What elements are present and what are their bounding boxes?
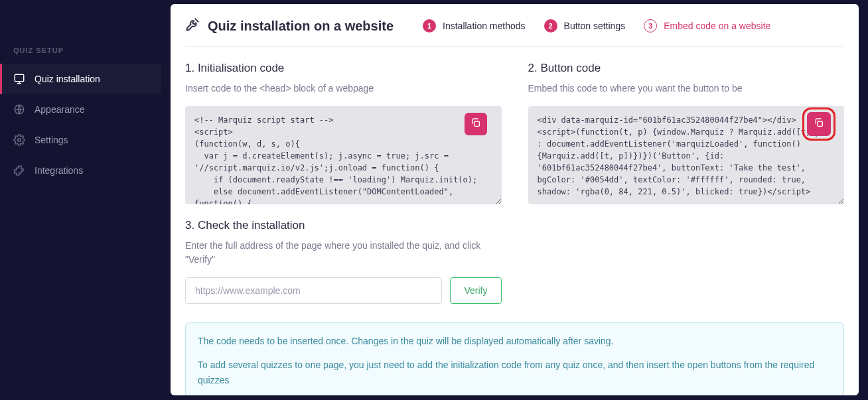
info-line: To add several quizzes to one page, you …	[198, 358, 832, 387]
page-title: Quiz installation on a website	[208, 19, 394, 34]
init-code-block[interactable]: <!-- Marquiz script start --> <script> (…	[185, 106, 502, 204]
copy-init-code-button[interactable]	[465, 113, 487, 135]
sidebar-item-integrations[interactable]: Integrations	[0, 155, 161, 186]
puzzle-icon	[13, 165, 25, 176]
section-description: Embed this code to where you want the bu…	[528, 82, 845, 96]
copy-button-code-button[interactable]	[807, 112, 831, 136]
globe-icon	[13, 103, 25, 115]
wizard-steps: 1 Installation methods 2 Button settings…	[423, 19, 770, 33]
sidebar-item-settings[interactable]: Settings	[0, 125, 161, 155]
section-description: Insert code to the <head> block of a web…	[185, 82, 502, 96]
step-label: Embed code on a website	[664, 21, 770, 31]
sidebar-item-label: Appearance	[35, 104, 85, 115]
step-embed-code[interactable]: 3 Embed code on a website	[644, 19, 770, 33]
copy-icon	[470, 117, 481, 131]
section-initialisation-code: 1. Initialisation code Insert code to th…	[185, 62, 502, 304]
step-number: 3	[644, 19, 657, 33]
sidebar-item-label: Quiz installation	[35, 74, 100, 84]
verify-url-input[interactable]	[185, 277, 442, 304]
verify-button[interactable]: Verify	[450, 277, 501, 304]
button-code-block[interactable]: <div data-marquiz-id="601bf61ac352480044…	[528, 106, 845, 204]
info-line: The code needs to be inserted once. Chan…	[198, 334, 832, 348]
section-check-installation: 3. Check the installation Enter the full…	[185, 219, 502, 304]
sidebar-section-heading: QUIZ SETUP	[0, 46, 161, 64]
section-title: 2. Button code	[528, 62, 845, 75]
step-label: Button settings	[564, 21, 626, 31]
sidebar-item-label: Integrations	[35, 165, 83, 176]
step-number: 2	[544, 19, 557, 33]
section-title: 3. Check the installation	[185, 219, 502, 232]
section-title: 1. Initialisation code	[185, 62, 502, 75]
step-label: Installation methods	[443, 21, 526, 31]
svg-rect-4	[818, 121, 822, 126]
main-content: Quiz installation on a website 1 Install…	[161, 0, 868, 400]
sidebar-item-label: Settings	[35, 135, 68, 145]
section-description: Enter the full address of the page where…	[185, 239, 490, 267]
tools-icon	[185, 17, 200, 34]
step-number: 1	[423, 19, 436, 33]
svg-rect-0	[15, 74, 24, 82]
sidebar-item-appearance[interactable]: Appearance	[0, 94, 161, 125]
gear-icon	[13, 134, 25, 146]
step-button-settings[interactable]: 2 Button settings	[544, 19, 626, 33]
step-installation-methods[interactable]: 1 Installation methods	[423, 19, 526, 33]
card-header: Quiz installation on a website 1 Install…	[185, 17, 844, 47]
section-button-code: 2. Button code Embed this code to where …	[528, 62, 845, 304]
copy-icon	[814, 117, 824, 131]
svg-point-2	[18, 139, 21, 142]
install-icon	[13, 73, 25, 85]
info-notice: The code needs to be inserted once. Chan…	[185, 322, 844, 395]
sidebar: QUIZ SETUP Quiz installation Appearance …	[0, 0, 161, 400]
svg-rect-3	[474, 121, 479, 126]
sidebar-item-quiz-installation[interactable]: Quiz installation	[0, 64, 161, 94]
card: Quiz installation on a website 1 Install…	[171, 4, 859, 395]
